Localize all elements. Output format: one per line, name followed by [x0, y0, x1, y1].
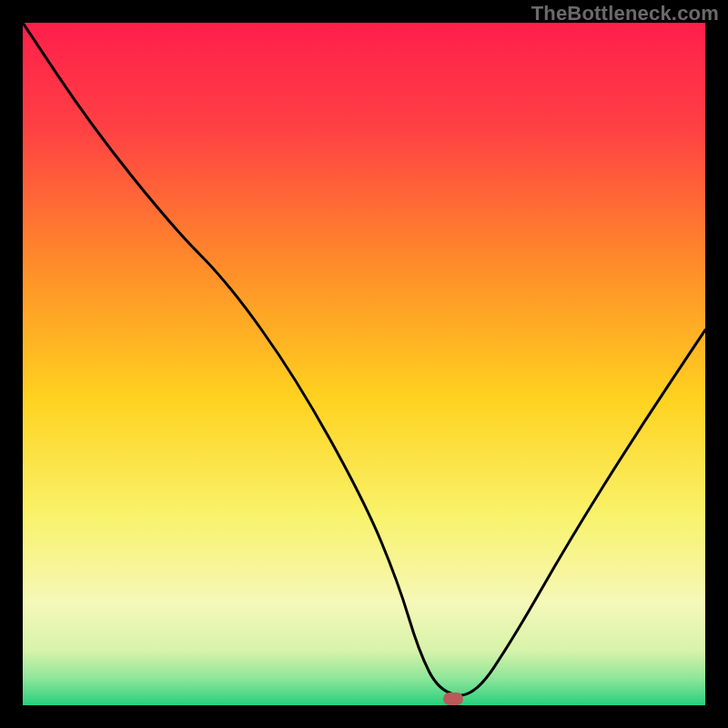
optimal-point-marker — [443, 693, 463, 705]
plot-area — [23, 23, 705, 705]
bottom-border — [0, 705, 728, 728]
bottleneck-curve — [23, 23, 705, 705]
chart-frame: TheBottleneck.com — [0, 0, 728, 728]
